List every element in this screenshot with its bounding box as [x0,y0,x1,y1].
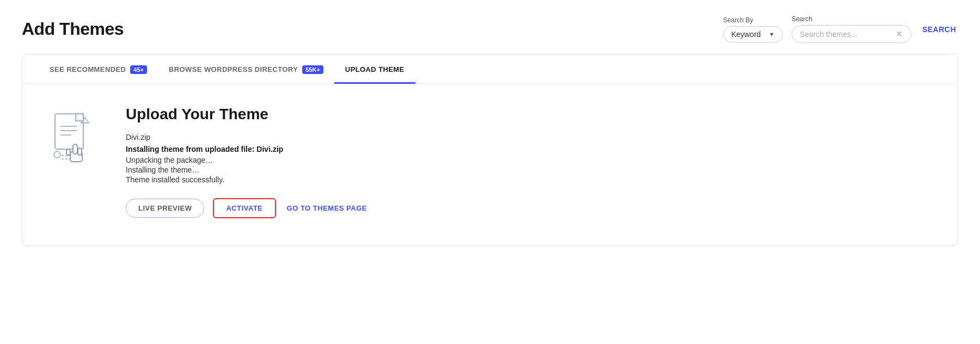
tab-upload[interactable]: UPLOAD THEME [334,56,415,84]
search-button[interactable]: SEARCH [920,21,958,38]
tab-browse[interactable]: BROWSE WORDPRESS DIRECTORY 55K+ [158,56,334,84]
upload-title: Upload Your Theme [126,106,936,123]
activate-button[interactable]: ACTIVATE [213,198,275,218]
top-bar: Add Themes Search By Keyword ▼ Search ✕ … [0,0,980,54]
search-by-label: Search By [723,16,753,24]
file-name: Divi.zip [126,133,936,142]
chevron-down-icon: ▼ [769,31,775,38]
search-by-select[interactable]: Keyword ▼ [723,26,783,42]
svg-rect-10 [78,148,82,155]
upload-details: Upload Your Theme Divi.zip Installing th… [126,106,936,218]
svg-point-5 [54,151,60,158]
search-input-wrap: ✕ [792,25,911,43]
actions-row: LIVE PREVIEW ACTIVATE GO TO THEMES PAGE [126,198,936,218]
tab-browse-badge: 55K+ [302,65,323,74]
status-line-3: Theme installed successfully. [126,175,936,184]
tab-recommended-label: SEE RECOMMENDED [50,65,126,73]
search-label: Search [792,15,812,23]
svg-rect-9 [73,144,77,154]
main-card: SEE RECOMMENDED 45+ BROWSE WORDPRESS DIR… [22,54,958,246]
goto-themes-button[interactable]: GO TO THEMES PAGE [285,199,369,217]
search-area: Search By Keyword ▼ Search ✕ SEARCH [723,15,958,43]
clear-icon[interactable]: ✕ [896,29,903,39]
upload-theme-icon [50,111,99,165]
search-input[interactable] [800,30,892,39]
status-line-1: Unpacking the package… [126,156,936,164]
search-by-group: Search By Keyword ▼ [723,16,783,42]
status-line-2: Installing the theme… [126,165,936,174]
install-line: Installing theme from uploaded file: Div… [126,145,936,153]
tab-recommended[interactable]: SEE RECOMMENDED 45+ [39,56,158,84]
upload-icon-wrap [44,111,104,165]
search-group: Search ✕ [792,15,911,43]
tab-browse-label: BROWSE WORDPRESS DIRECTORY [169,65,298,73]
tabs-bar: SEE RECOMMENDED 45+ BROWSE WORDPRESS DIR… [22,54,958,84]
upload-content: Upload Your Theme Divi.zip Installing th… [22,84,958,245]
tab-recommended-badge: 45+ [130,65,147,74]
search-by-value: Keyword [731,30,761,39]
live-preview-button[interactable]: LIVE PREVIEW [126,199,204,218]
page-title: Add Themes [22,19,124,39]
tab-upload-label: UPLOAD THEME [345,65,405,73]
svg-rect-11 [66,149,70,155]
